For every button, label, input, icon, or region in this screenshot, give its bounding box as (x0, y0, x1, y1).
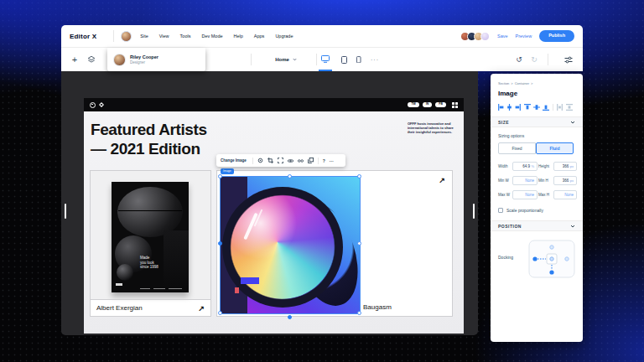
duplicate-icon[interactable] (308, 157, 314, 165)
breadcrumb-section[interactable]: Section (498, 81, 509, 85)
min-height-input[interactable]: 366px (553, 176, 577, 185)
undo-button[interactable]: ↺ (512, 48, 526, 71)
breakpoint-tablet-icon[interactable] (337, 48, 351, 71)
selection-handle[interactable] (357, 311, 361, 315)
card-label: Baugasm (363, 303, 392, 311)
profile-dropdown[interactable]: Riley Cooper Designer (107, 48, 205, 71)
scale-proportionally-checkbox[interactable] (498, 208, 503, 213)
menu-apps[interactable]: Apps (254, 34, 265, 39)
selection-handle[interactable] (288, 174, 292, 178)
poster-text: Made you look since 1998 (140, 256, 158, 270)
divider (251, 54, 252, 65)
selection-handle[interactable] (357, 241, 361, 246)
alignment-toolbar (491, 104, 583, 111)
user-avatar[interactable] (121, 31, 132, 42)
divider (316, 54, 317, 65)
site-header[interactable]: TW IN FB (84, 98, 464, 111)
selected-image[interactable] (221, 177, 360, 313)
external-arrow-icon[interactable]: ↗ (439, 176, 445, 184)
artist-card-albert[interactable]: Made you look since 1998 Albert Exergian… (90, 170, 211, 317)
breadcrumb: Section > Container > (491, 81, 583, 85)
artist-card-baugasm[interactable]: ↗ Baugasm Image (216, 170, 453, 317)
publish-button[interactable]: Publish (539, 30, 574, 42)
scale-icon[interactable] (278, 157, 283, 165)
page-selector[interactable]: Home (261, 48, 311, 71)
site-menu-grid-icon[interactable] (452, 102, 458, 108)
editor-canvas[interactable]: TW IN FB Featured Artists — 2021 Edition… (61, 71, 478, 335)
inspector-title: Image (491, 90, 583, 97)
menu-view[interactable]: View (159, 34, 169, 39)
social-link-facebook[interactable]: FB (435, 102, 446, 108)
canvas-resize-handle-left[interactable] (65, 204, 66, 219)
selection-handle[interactable] (218, 311, 222, 315)
selection-handle[interactable] (288, 315, 292, 319)
more-icon[interactable]: ··· (330, 158, 334, 163)
breakpoint-desktop-icon[interactable] (319, 48, 332, 71)
canvas-resize-handle-right[interactable] (473, 204, 475, 219)
chevron-down-icon (570, 121, 575, 124)
collaborator-avatar[interactable] (480, 32, 490, 41)
breakpoint-more-button[interactable]: ··· (368, 48, 382, 71)
align-right-icon[interactable] (515, 104, 521, 111)
scale-proportionally-row: Scale proportionally (498, 208, 575, 213)
menu-dev-mode[interactable]: Dev Mode (201, 34, 222, 39)
selection-tag[interactable]: Image (221, 168, 234, 174)
selection-handle[interactable] (218, 174, 222, 178)
sizing-fluid-button[interactable]: Fluid (536, 142, 574, 154)
docking-label: Docking (498, 255, 513, 260)
site-preview[interactable]: TW IN FB Featured Artists — 2021 Edition… (84, 98, 464, 334)
width-input[interactable]: 64.9% (512, 162, 538, 171)
selection-handle[interactable] (218, 241, 222, 246)
collaborator-avatars[interactable] (460, 32, 490, 41)
main-menu: Site View Tools Dev Mode Help Apps Upgra… (140, 34, 293, 39)
docking-control[interactable] (528, 240, 575, 278)
menu-upgrade[interactable]: Upgrade (275, 34, 293, 39)
align-left-icon[interactable] (498, 104, 504, 111)
menu-help[interactable]: Help (234, 34, 243, 39)
save-button[interactable]: Save (497, 34, 508, 39)
poster-image: Made you look since 1998 (112, 182, 189, 292)
align-middle-v-icon[interactable] (533, 104, 540, 111)
chevron-down-icon (293, 58, 297, 61)
sizing-fixed-button[interactable]: Fixed (498, 142, 536, 154)
add-element-button[interactable]: + (68, 48, 81, 71)
divider (318, 158, 319, 164)
docking-row: Docking (491, 240, 583, 278)
distribute-h-icon[interactable] (557, 104, 563, 111)
profile-role: Designer (130, 60, 158, 65)
distribute-v-icon[interactable] (566, 104, 573, 111)
breadcrumb-container[interactable]: Container (515, 81, 529, 85)
poster-area: Made you look since 1998 (91, 171, 210, 299)
social-link-twitter[interactable]: TW (408, 102, 418, 108)
redo-button[interactable]: ↻ (527, 48, 541, 71)
breakpoint-mobile-icon[interactable] (353, 48, 365, 71)
max-height-input[interactable]: None (553, 190, 577, 199)
position-section-header[interactable]: POSITION (491, 220, 583, 231)
chevron-down-icon (570, 225, 575, 228)
selection-handle[interactable] (357, 174, 361, 178)
help-icon[interactable]: ? (323, 158, 325, 163)
external-arrow-icon[interactable]: ↗ (198, 304, 205, 313)
min-width-input[interactable]: None (512, 176, 538, 185)
height-input[interactable]: 366px (553, 162, 577, 171)
settings-sliders-icon[interactable] (561, 48, 576, 71)
align-top-icon[interactable] (524, 104, 531, 111)
sizing-options-label: Sizing options (498, 133, 575, 138)
animate-icon[interactable] (298, 157, 304, 165)
align-bottom-icon[interactable] (543, 104, 549, 111)
settings-icon[interactable] (257, 157, 263, 165)
preview-button[interactable]: Preview (516, 34, 532, 39)
crop-icon[interactable] (267, 157, 273, 165)
divider (252, 158, 253, 164)
max-width-input[interactable]: None (512, 190, 538, 199)
change-image-button[interactable]: Change Image (221, 158, 247, 163)
menu-site[interactable]: Site (140, 34, 148, 39)
link-icon[interactable] (288, 157, 293, 165)
layers-icon[interactable] (85, 48, 98, 71)
social-link-instagram[interactable]: IN (423, 102, 433, 108)
site-heading: Featured Artists — 2021 Edition (91, 120, 207, 158)
align-center-h-icon[interactable] (506, 104, 512, 111)
card-label: Albert Exergian ↗ (91, 299, 210, 316)
size-section-header[interactable]: SIZE (491, 116, 583, 127)
menu-tools[interactable]: Tools (180, 34, 191, 39)
